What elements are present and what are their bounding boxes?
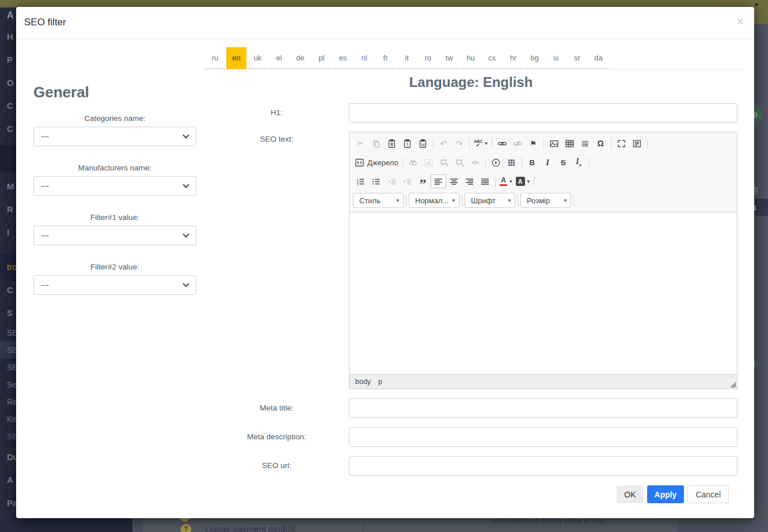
media-embed-button[interactable]: [488, 155, 504, 169]
dialog-header: SEO filter ×: [16, 7, 754, 39]
apply-button[interactable]: Apply: [647, 485, 685, 503]
align-left-button[interactable]: [431, 174, 446, 188]
tab-el[interactable]: el: [269, 47, 289, 69]
maximize-button[interactable]: [614, 136, 629, 150]
bullet-list-button[interactable]: [368, 174, 384, 188]
grid-button[interactable]: [504, 155, 519, 169]
tab-sr[interactable]: sr: [567, 47, 587, 69]
rich-text-editor: ✂TW↶↷ABC✔▾⚑ΩДжерелоA<>BISIx123”A▾A▾Стиль…: [349, 132, 737, 389]
outdent-button: [384, 174, 400, 188]
link-button[interactable]: [495, 136, 510, 150]
spellcheck-button[interactable]: ABC✔▾: [472, 136, 489, 150]
combo-Шрифт[interactable]: Шрифт▾: [465, 193, 515, 208]
ok-button[interactable]: OK: [617, 485, 643, 503]
ordered-list-button[interactable]: 123: [353, 174, 368, 188]
tab-si[interactable]: si: [546, 47, 566, 69]
align-center-button[interactable]: [446, 174, 462, 188]
align-left-icon: [434, 177, 443, 187]
editor-content-area[interactable]: [349, 212, 737, 374]
tab-it[interactable]: it: [397, 47, 417, 69]
remove-format-button[interactable]: Ix: [571, 155, 587, 169]
tab-ro[interactable]: ro: [418, 47, 438, 69]
general-select-1[interactable]: ---: [33, 176, 196, 196]
svg-text:W: W: [421, 142, 425, 146]
copy-formatting-button: [436, 155, 452, 169]
combo-label: Шрифт: [471, 196, 496, 205]
seo-url-label: SEO url:: [204, 456, 349, 476]
bg-color-button[interactable]: A▾: [514, 174, 532, 188]
general-select-2[interactable]: ---: [33, 226, 196, 245]
align-center-icon: [449, 177, 459, 187]
align-right-button[interactable]: [462, 174, 477, 188]
unlink-icon: [513, 139, 523, 149]
image-button[interactable]: [546, 136, 562, 150]
meta-description-input[interactable]: [349, 427, 737, 447]
table-button[interactable]: [562, 136, 577, 150]
editor-resize-handle[interactable]: [730, 382, 736, 387]
tab-es[interactable]: es: [333, 47, 353, 69]
path-segment-body[interactable]: body: [355, 378, 371, 386]
toolbar-separator: [534, 176, 534, 187]
copy-icon: [371, 139, 381, 149]
blockquote-button[interactable]: ”: [415, 174, 431, 188]
italic-button[interactable]: I: [540, 155, 556, 169]
meta-title-input[interactable]: [349, 398, 737, 418]
bold-button[interactable]: B: [524, 155, 540, 169]
sidebar-item: M: [7, 181, 14, 191]
language-heading: Language: English: [204, 74, 737, 90]
find-button: [405, 155, 421, 169]
strikethrough-button[interactable]: S: [556, 155, 571, 169]
indent-button: [400, 174, 415, 188]
tab-da[interactable]: da: [588, 47, 609, 69]
sidebar-item: A: [7, 10, 14, 21]
sidebar-item: Se: [7, 380, 17, 389]
tab-tw[interactable]: tw: [439, 47, 459, 69]
horizontal-rule-button[interactable]: [577, 136, 593, 150]
page: ▾ AHPOCCMRItrolCSSESESESeReKeSEDuAPa ⊛ 1…: [0, 0, 768, 532]
paste-text-button[interactable]: T: [400, 136, 415, 150]
combo-Розмір[interactable]: Розмір▾: [520, 193, 571, 208]
tab-fr[interactable]: fr: [375, 47, 396, 69]
image-icon: [549, 139, 559, 149]
text-color-icon: A: [500, 177, 507, 186]
anchor-icon: ⚑: [530, 140, 537, 147]
tab-nl[interactable]: nl: [354, 47, 374, 69]
code-button: <>: [467, 155, 483, 169]
toolbar-separator: [433, 138, 434, 149]
tab-cs[interactable]: cs: [482, 47, 502, 69]
path-segment-p[interactable]: p: [378, 378, 382, 386]
seo-url-input[interactable]: [349, 456, 737, 476]
source-button[interactable]: Джерело: [353, 155, 400, 169]
horizontal-rule-icon: [580, 139, 590, 149]
tab-en[interactable]: en: [226, 47, 246, 69]
general-select-3[interactable]: ---: [33, 275, 196, 295]
dialog-footer: OK Apply Cancel: [204, 485, 729, 503]
tab-pl[interactable]: pl: [311, 47, 332, 69]
tab-hr[interactable]: hr: [503, 47, 523, 69]
tab-hu[interactable]: hu: [461, 47, 481, 69]
cancel-button[interactable]: Cancel: [687, 485, 729, 503]
tab-de[interactable]: de: [290, 47, 310, 69]
chevron-down-icon: ▾: [452, 197, 455, 203]
general-field: Filter#2 value:---: [33, 263, 196, 295]
close-icon[interactable]: ×: [737, 15, 744, 27]
tab-uk[interactable]: uk: [248, 47, 268, 69]
combo-Нормал...[interactable]: Нормал...▾: [409, 193, 459, 208]
anchor-button[interactable]: ⚑: [526, 136, 541, 150]
show-blocks-button[interactable]: [629, 136, 645, 150]
align-justify-icon: [480, 177, 490, 187]
tab-bg[interactable]: bg: [524, 47, 545, 69]
paste-button[interactable]: [384, 136, 400, 150]
sidebar-item: C: [7, 124, 13, 134]
align-justify-button[interactable]: [477, 174, 493, 188]
special-char-button[interactable]: Ω: [593, 136, 609, 150]
h1-input[interactable]: [349, 103, 737, 123]
copy-formatting-icon: [439, 158, 449, 168]
svg-text:A: A: [427, 159, 431, 166]
combo-Стиль[interactable]: Стиль▾: [353, 193, 404, 208]
text-color-button[interactable]: A▾: [498, 174, 514, 188]
general-select-0[interactable]: ---: [33, 127, 196, 146]
outdent-icon: [387, 177, 397, 187]
tab-ru[interactable]: ru: [205, 47, 225, 69]
paste-word-button[interactable]: W: [415, 136, 431, 150]
